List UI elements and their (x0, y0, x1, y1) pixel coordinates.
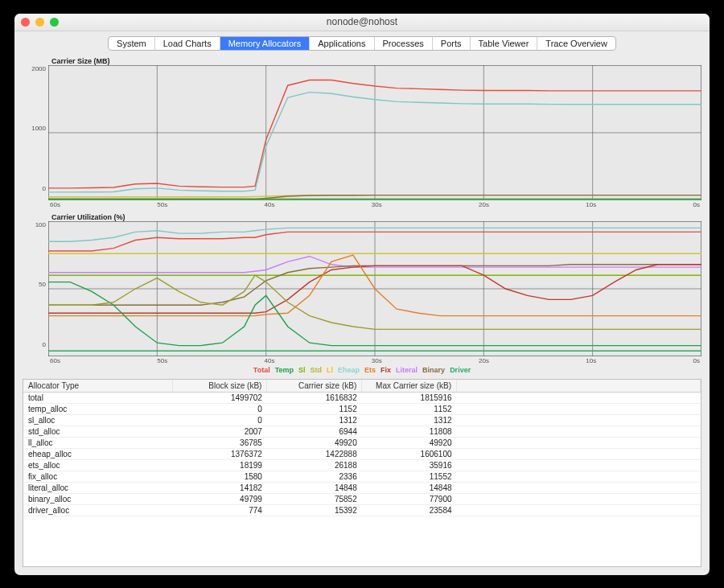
cell: 14848 (362, 482, 457, 493)
table-row[interactable]: literal_alloc141821484814848 (23, 482, 701, 493)
x-tick: 0s (693, 357, 700, 364)
y-tick: 0 (43, 341, 46, 348)
x-tick: 30s (372, 357, 382, 364)
chart-utilization: Carrier Utilization (%) 100500 60s50s40s… (23, 213, 701, 364)
table-row[interactable]: eheap_alloc137637214228881606100 (23, 448, 701, 459)
x-tick: 10s (586, 201, 596, 208)
cell: 774 (172, 504, 267, 516)
table-row[interactable]: ets_alloc181992618835916 (23, 459, 701, 471)
cell: fix_alloc (23, 471, 172, 482)
titlebar: nonode@nohost (14, 14, 710, 31)
cell: driver_alloc (23, 504, 172, 516)
x-tick: 40s (265, 357, 275, 364)
cell: eheap_alloc (23, 448, 172, 459)
x-axis: 60s50s40s30s20s10s0s (48, 356, 701, 364)
cell: 14848 (267, 482, 362, 493)
tab-table-viewer[interactable]: Table Viewer (471, 37, 538, 50)
chart-carrier-size: Carrier Size (MB) 200010000 60s50s40s30s… (23, 57, 701, 208)
table-row[interactable]: std_alloc2007694411808 (23, 426, 701, 437)
tab-trace-overview[interactable]: Trace Overview (537, 37, 615, 50)
cell: 23584 (362, 504, 457, 516)
chart-title: Carrier Utilization (%) (23, 213, 701, 221)
x-tick: 60s (50, 357, 60, 364)
plot-area: 60s50s40s30s20s10s0s (48, 65, 701, 208)
table-body: total149970216168321815916temp_alloc0115… (23, 392, 701, 516)
col-header[interactable]: Carrier size (kB) (267, 380, 362, 393)
col-header[interactable]: Allocator Type (23, 380, 172, 393)
x-tick: 50s (157, 357, 167, 364)
legend-literal: Literal (396, 366, 418, 374)
x-tick: 40s (265, 201, 275, 208)
cell: 0 (172, 403, 267, 414)
table-row[interactable]: temp_alloc011521152 (23, 403, 701, 414)
tab-ports[interactable]: Ports (433, 37, 471, 50)
window-title: nonode@nohost (14, 16, 710, 27)
cell: 0 (172, 414, 267, 426)
cell: total (23, 392, 172, 403)
x-tick: 20s (479, 357, 489, 364)
y-tick: 0 (43, 185, 46, 192)
cell: 1616832 (267, 392, 362, 403)
tab-processes[interactable]: Processes (375, 37, 433, 50)
minimize-icon[interactable] (35, 18, 44, 27)
col-header[interactable]: Block size (kB) (172, 380, 267, 393)
tab-applications[interactable]: Applications (310, 37, 374, 50)
cell: 1422888 (267, 448, 362, 459)
y-axis: 100500 (23, 221, 48, 356)
legend-binary: Binary (422, 366, 445, 374)
cell: 1580 (172, 471, 267, 482)
legend-std: Std (311, 366, 323, 374)
tab-load-charts[interactable]: Load Charts (155, 37, 220, 50)
cell: 36785 (172, 437, 267, 448)
content: Carrier Size (MB) 200010000 60s50s40s30s… (14, 56, 710, 575)
cell: 1499702 (172, 392, 267, 403)
table-row[interactable]: total149970216168321815916 (23, 392, 701, 403)
x-tick: 50s (157, 201, 167, 208)
tabs: SystemLoad ChartsMemory AllocatorsApplic… (108, 36, 616, 51)
x-tick: 10s (586, 357, 596, 364)
cell: ll_alloc (23, 437, 172, 448)
cell: 49799 (172, 493, 267, 504)
cell: 1152 (362, 403, 457, 414)
cell: 26188 (267, 459, 362, 471)
tab-system[interactable]: System (109, 37, 155, 50)
zoom-icon[interactable] (50, 18, 59, 27)
cell: std_alloc (23, 426, 172, 437)
cell: 2007 (172, 426, 267, 437)
plot-area: 60s50s40s30s20s10s0s (48, 221, 701, 364)
cell: sl_alloc (23, 414, 172, 426)
tabbar: SystemLoad ChartsMemory AllocatorsApplic… (14, 31, 710, 56)
table-row[interactable]: driver_alloc7741539223584 (23, 504, 701, 516)
col-header[interactable]: Max Carrier size (kB) (362, 380, 457, 393)
legend-driver: Driver (450, 366, 471, 374)
table-header-row: Allocator TypeBlock size (kB)Carrier siz… (23, 380, 701, 393)
cell: 35916 (362, 459, 457, 471)
allocator-table: Allocator TypeBlock size (kB)Carrier siz… (23, 379, 701, 567)
x-axis: 60s50s40s30s20s10s0s (48, 200, 701, 208)
cell: 2336 (267, 471, 362, 482)
cell: 1815916 (362, 392, 457, 403)
cell: 1152 (267, 403, 362, 414)
table-row[interactable]: sl_alloc013121312 (23, 414, 701, 426)
legend: TotalTempSlStdLlEheapEtsFixLiteralBinary… (23, 364, 701, 377)
table-row[interactable]: ll_alloc367854992049920 (23, 437, 701, 448)
main-window: nonode@nohost SystemLoad ChartsMemory Al… (14, 14, 710, 575)
cell: 1376372 (172, 448, 267, 459)
y-axis: 200010000 (23, 65, 48, 200)
legend-ets: Ets (364, 366, 376, 374)
cell: 11808 (362, 426, 457, 437)
cell: ets_alloc (23, 459, 172, 471)
cell: 1312 (267, 414, 362, 426)
table-row[interactable]: binary_alloc497997585277900 (23, 493, 701, 504)
tab-memory-allocators[interactable]: Memory Allocators (220, 37, 310, 50)
traffic-lights (21, 18, 59, 27)
close-icon[interactable] (21, 18, 30, 27)
table-row[interactable]: fix_alloc1580233611552 (23, 471, 701, 482)
cell: 77900 (362, 493, 457, 504)
chart-title: Carrier Size (MB) (23, 57, 701, 65)
x-tick: 20s (479, 201, 489, 208)
cell: 49920 (362, 437, 457, 448)
legend-sl: Sl (298, 366, 306, 374)
x-tick: 60s (50, 201, 60, 208)
legend-eheap: Eheap (338, 366, 360, 374)
